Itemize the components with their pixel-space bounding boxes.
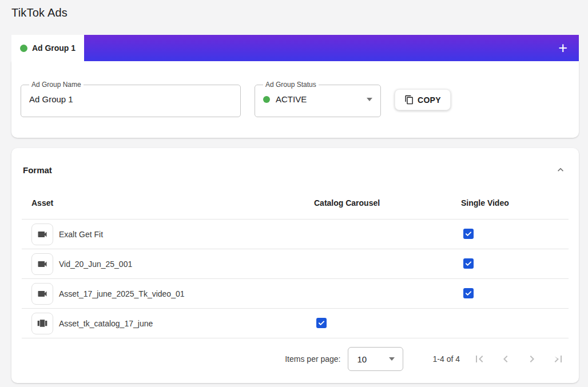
format-section-title: Format [23,165,52,175]
items-per-page-value: 10 [357,354,367,364]
tabbar-fill: + [84,35,579,61]
check-icon [464,289,472,297]
asset-thumbnail [31,253,53,275]
ad-group-settings-card: Ad Group Name Ad Group Status ACTIVE COP… [11,61,579,138]
catalog-carousel-cell [314,309,461,338]
videocam-icon [37,288,48,300]
ad-group-name-field: Ad Group Name [21,81,241,117]
copy-button-label: COPY [418,95,441,105]
table-header-row: Asset Catalog Carousel Single Video [22,190,569,220]
asset-thumbnail [31,283,53,305]
catalog-carousel-cell [314,249,461,279]
first-page-icon [472,352,486,366]
table-row: Asset_tk_catalog_17_june [22,309,569,338]
items-per-page-select[interactable]: 10 [348,347,403,371]
asset-name: Exalt Get Fit [59,230,103,239]
view-carousel-icon [37,318,48,329]
caret-down-icon [367,98,372,101]
catalog-carousel-checkbox[interactable] [316,318,327,328]
table-pagination: Items per page: 10 1-4 of 4 [22,338,569,373]
first-page-button[interactable] [472,352,486,366]
caret-down-icon [389,357,395,361]
last-page-icon [551,352,565,366]
check-icon [464,260,472,268]
asset-name: Vid_20_Jun_25_001 [59,260,132,269]
table-row: Vid_20_Jun_25_001 [22,249,569,279]
previous-page-button[interactable] [499,352,512,366]
add-ad-group-button[interactable]: + [558,41,567,56]
ad-group-name-label: Ad Group Name [29,81,84,89]
status-active-dot-icon [263,96,270,103]
next-page-button[interactable] [525,352,539,366]
check-icon [317,319,325,327]
catalog-carousel-cell [314,279,461,309]
last-page-button[interactable] [551,352,565,366]
tab-label: Ad Group 1 [32,43,76,53]
check-icon [464,230,472,238]
items-per-page-label: Items per page: [285,354,340,364]
asset-name: Asset_17_june_2025_Tk_video_01 [59,289,185,298]
copy-button[interactable]: COPY [395,89,451,110]
single-video-cell [461,220,569,249]
pagination-range-label: 1-4 of 4 [433,354,460,364]
single-video-checkbox[interactable] [463,288,474,298]
ad-group-status-select[interactable]: Ad Group Status ACTIVE [255,81,381,117]
status-select-value: ACTIVE [276,94,307,104]
videocam-icon [37,229,48,240]
table-row: Exalt Get Fit [22,220,569,249]
chevron-right-icon [525,352,539,366]
ad-group-tabbar: Ad Group 1 + [11,35,579,61]
column-header-asset: Asset [22,190,314,220]
single-video-checkbox[interactable] [463,258,474,269]
ad-group-name-input[interactable] [28,91,233,104]
single-video-checkbox[interactable] [463,229,474,239]
single-video-cell [461,249,569,279]
column-header-single-video: Single Video [461,190,569,220]
tab-ad-group-1[interactable]: Ad Group 1 [11,35,84,61]
page-title: TikTok Ads [11,0,579,19]
chevron-up-icon [555,164,566,175]
videocam-icon [37,258,48,270]
chevron-left-icon [499,352,512,366]
page: TikTok Ads Ad Group 1 + Ad Group Name Ad… [0,0,588,383]
column-header-catalog-carousel: Catalog Carousel [314,190,461,220]
asset-thumbnail [31,224,53,245]
active-status-dot-icon [20,45,27,52]
asset-format-table: Asset Catalog Carousel Single Video [22,190,569,338]
asset-name: Asset_tk_catalog_17_june [59,319,153,328]
single-video-cell [461,279,569,309]
asset-thumbnail [31,313,53,334]
single-video-cell [461,309,569,338]
catalog-carousel-cell [314,220,461,249]
format-card: Format Asset Catalog Carousel Single Vid… [11,148,579,383]
ad-group-status-label: Ad Group Status [263,81,319,89]
collapse-section-button[interactable] [554,163,567,177]
copy-icon [404,95,414,105]
table-row: Asset_17_june_2025_Tk_video_01 [22,279,569,309]
